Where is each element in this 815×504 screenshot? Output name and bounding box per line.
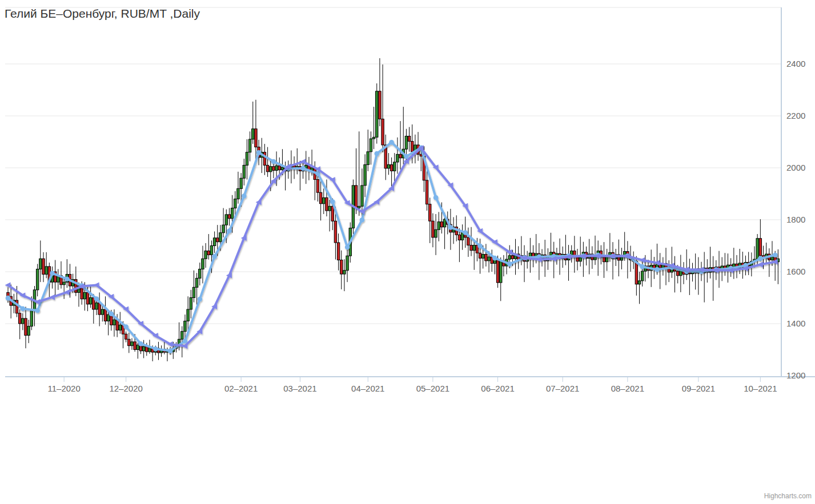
highcharts-chart: 11–202012–202002–202103–202104–202105–20… xyxy=(0,0,815,504)
candle-down xyxy=(440,222,443,227)
circle-marker xyxy=(227,228,232,233)
circle-marker xyxy=(256,150,262,155)
y-axis-label: 2400 xyxy=(786,59,805,68)
candle-up xyxy=(270,167,272,172)
candle-down xyxy=(382,119,384,145)
candle-up xyxy=(367,152,369,165)
circle-marker xyxy=(153,346,158,352)
candle-down xyxy=(603,257,605,262)
candle-up xyxy=(222,225,224,233)
candle-up xyxy=(346,256,348,270)
circle-marker xyxy=(315,171,320,176)
candle-down xyxy=(470,245,472,251)
candle-up xyxy=(119,325,121,330)
candle-down xyxy=(467,237,469,245)
highcharts-credit-link[interactable]: Highcharts.com xyxy=(764,492,812,500)
candle-down xyxy=(316,179,319,192)
candle-down xyxy=(485,255,487,261)
candle-up xyxy=(195,278,198,287)
circle-marker xyxy=(773,252,778,257)
candle-up xyxy=(234,199,236,208)
chart-title: Гелий БЕ–Оренбург, RUB/MT ,Daily xyxy=(5,7,200,20)
circle-marker xyxy=(492,256,497,261)
candle-up xyxy=(107,315,109,321)
candle-up xyxy=(204,251,207,259)
candle-up xyxy=(187,309,189,321)
x-axis-label: 04–2021 xyxy=(351,384,384,393)
candle-up xyxy=(243,165,245,178)
candle-up xyxy=(190,298,192,309)
candle-down xyxy=(263,152,266,166)
candle-down xyxy=(228,215,230,219)
candle-up xyxy=(192,287,195,297)
y-axis-label: 2000 xyxy=(786,163,805,172)
candle-up xyxy=(219,233,222,242)
candle-up xyxy=(361,186,363,206)
candle-down xyxy=(429,204,431,221)
y-axis-label: 1800 xyxy=(786,215,805,224)
circle-marker xyxy=(655,267,660,272)
candle-up xyxy=(248,139,251,152)
candle-up xyxy=(63,282,65,285)
candle-up xyxy=(240,178,242,188)
circle-marker xyxy=(360,217,365,223)
candle-up xyxy=(482,255,484,259)
candle-down xyxy=(255,129,257,147)
candle-up xyxy=(252,129,254,139)
candle-down xyxy=(319,192,322,204)
candle-up xyxy=(237,188,239,199)
candle-up xyxy=(95,303,98,309)
candle-down xyxy=(104,309,106,321)
candle-up xyxy=(281,167,283,170)
candle-down xyxy=(334,221,336,243)
candle-up xyxy=(39,259,42,269)
circle-marker xyxy=(507,261,512,267)
candle-up xyxy=(210,246,212,255)
candle-up xyxy=(396,154,399,162)
candle-up xyxy=(246,152,248,166)
circle-marker xyxy=(197,297,202,302)
candle-down xyxy=(86,292,89,304)
circle-marker xyxy=(242,193,247,199)
candle-up xyxy=(136,345,139,349)
circle-marker xyxy=(300,166,306,171)
candle-down xyxy=(25,318,27,336)
price-plot[interactable]: 11–202012–202002–202103–202104–202105–20… xyxy=(0,0,815,504)
circle-marker xyxy=(6,296,11,301)
candle-down xyxy=(511,256,513,259)
candle-up xyxy=(473,245,475,251)
triangle-marker xyxy=(182,343,187,349)
x-axis-label: 08–2021 xyxy=(611,384,644,393)
circle-marker xyxy=(271,159,276,164)
candle-down xyxy=(266,165,268,171)
candle-up xyxy=(113,320,115,325)
candle-down xyxy=(635,261,637,284)
triangle-marker xyxy=(49,295,55,300)
x-axis-label: 05–2021 xyxy=(416,384,449,393)
candle-up xyxy=(443,219,445,227)
candle-down xyxy=(331,206,334,221)
candle-down xyxy=(458,235,460,240)
candle-down xyxy=(355,186,357,208)
candle-down xyxy=(496,260,499,283)
candle-down xyxy=(272,167,275,171)
circle-marker xyxy=(463,230,468,235)
circle-marker xyxy=(389,140,394,145)
candle-down xyxy=(207,251,210,255)
candle-up xyxy=(358,206,360,208)
candle-up xyxy=(181,332,183,340)
circle-marker xyxy=(183,338,188,344)
circle-marker xyxy=(65,276,70,281)
candle-down xyxy=(42,259,45,274)
x-axis-label: 02–2021 xyxy=(224,384,258,393)
x-axis-label: 12–2020 xyxy=(109,384,142,393)
candle-down xyxy=(411,142,413,152)
candle-up xyxy=(394,162,396,171)
x-axis-label: 11–2020 xyxy=(48,384,81,393)
candle-up xyxy=(328,206,331,211)
candle-up xyxy=(323,197,325,203)
candle-up xyxy=(529,253,531,256)
candle-up xyxy=(213,238,215,246)
candle-up xyxy=(638,281,640,284)
triangle-marker xyxy=(93,282,99,288)
